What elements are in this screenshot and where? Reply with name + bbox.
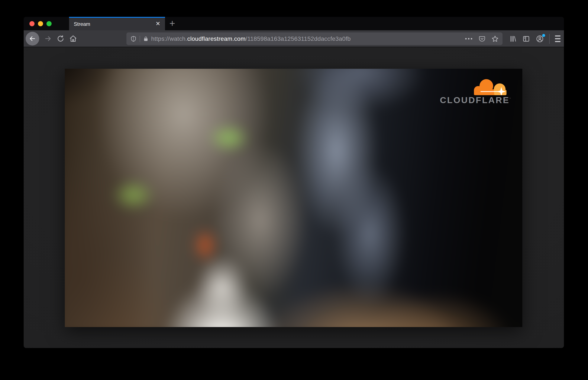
window-controls	[29, 17, 52, 30]
page-content: CLOUDFLARE'	[24, 48, 564, 348]
lock-icon[interactable]	[143, 36, 149, 42]
account-icon[interactable]	[536, 35, 544, 43]
tracking-protection-shield-icon[interactable]	[130, 35, 137, 42]
url-path: /118598a163a125631152ddaccfe3a0fb	[246, 36, 351, 42]
sidebar-toggle-icon[interactable]	[522, 35, 530, 43]
cloudflare-cloud-icon	[473, 78, 509, 95]
library-icon[interactable]	[509, 35, 517, 43]
cloudflare-wordmark: CLOUDFLARE'	[436, 95, 510, 105]
back-arrow-icon	[29, 35, 36, 42]
url-scheme: https://watch.	[151, 36, 187, 42]
close-tab-icon[interactable]: ✕	[156, 17, 160, 30]
close-window-button[interactable]	[29, 21, 35, 26]
url-text: https://watch.cloudflarestream.com/11859…	[151, 36, 351, 42]
fullscreen-window-button[interactable]	[47, 21, 52, 26]
new-tab-button[interactable]: +	[168, 17, 176, 30]
toolbar-right-icons	[503, 30, 560, 47]
pocket-save-icon[interactable]	[479, 36, 485, 42]
page-actions-icon[interactable]	[465, 38, 472, 39]
desktop-background: Stream ✕ +	[0, 0, 588, 380]
tab-bar: Stream ✕ +	[24, 17, 564, 30]
home-button[interactable]	[69, 35, 77, 43]
back-button[interactable]	[26, 32, 39, 45]
video-frame-cat	[65, 69, 522, 327]
forward-button[interactable]	[44, 35, 52, 43]
navigation-toolbar: https://watch.cloudflarestream.com/11859…	[24, 30, 564, 47]
cloudflare-logo: CLOUDFLARE'	[436, 78, 510, 105]
tab-stream[interactable]: Stream ✕	[69, 17, 165, 30]
bookmark-star-icon[interactable]	[491, 35, 499, 42]
nav-buttons	[24, 30, 77, 47]
account-notification-dot	[542, 34, 545, 37]
url-bar[interactable]: https://watch.cloudflarestream.com/11859…	[126, 33, 502, 45]
video-player[interactable]: CLOUDFLARE'	[65, 69, 522, 327]
tab-title: Stream	[74, 17, 90, 30]
minimize-window-button[interactable]	[38, 21, 43, 26]
menu-hamburger-icon[interactable]	[555, 36, 560, 42]
reload-button[interactable]	[57, 35, 64, 42]
toolbar-separator	[549, 34, 550, 44]
urlbar-separator	[140, 36, 140, 42]
url-domain: cloudflarestream.com	[187, 36, 246, 42]
browser-window: Stream ✕ +	[24, 17, 564, 348]
